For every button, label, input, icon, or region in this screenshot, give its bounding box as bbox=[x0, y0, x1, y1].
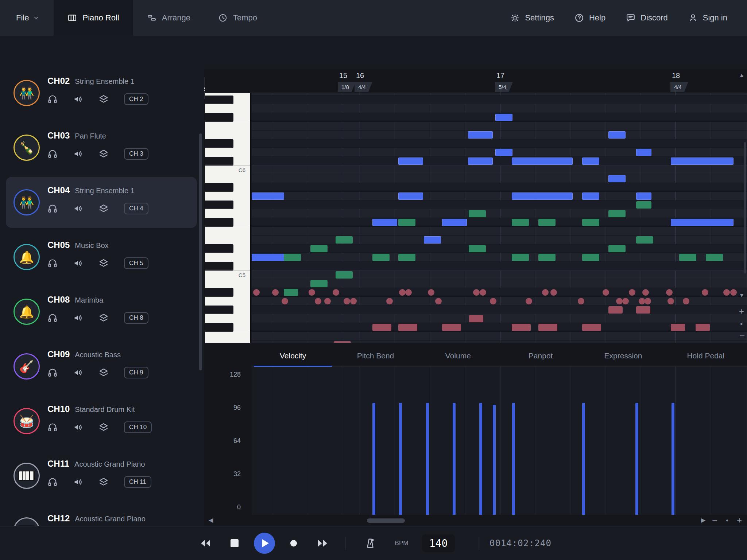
tab-arrange[interactable]: Arrange bbox=[133, 0, 204, 36]
record-button[interactable] bbox=[290, 540, 297, 547]
speaker-icon[interactable] bbox=[73, 94, 83, 104]
time-signature-badge[interactable]: 4/4 bbox=[355, 82, 372, 92]
track-avatar[interactable]: 👬 bbox=[13, 189, 40, 215]
bpm-value[interactable]: 140 bbox=[422, 534, 455, 552]
midi-note-selected[interactable] bbox=[468, 158, 493, 165]
midi-note-selected[interactable] bbox=[608, 131, 626, 139]
midi-note[interactable] bbox=[512, 219, 529, 226]
headphones-icon[interactable] bbox=[47, 313, 58, 323]
velocity-bar[interactable] bbox=[671, 403, 674, 515]
layers-icon[interactable] bbox=[98, 258, 109, 268]
layers-icon[interactable] bbox=[98, 368, 109, 378]
midi-note[interactable] bbox=[679, 254, 696, 261]
speaker-icon[interactable] bbox=[73, 477, 83, 487]
piano-key-black[interactable] bbox=[205, 157, 233, 166]
midi-note[interactable] bbox=[696, 324, 710, 331]
drum-note[interactable] bbox=[386, 298, 393, 304]
track-ch04[interactable]: 👬CH04String Ensemble 1CH 4 bbox=[0, 175, 204, 230]
piano-key-black[interactable] bbox=[205, 183, 233, 192]
scroll-right-icon[interactable]: ▶ bbox=[701, 517, 705, 523]
drum-note[interactable] bbox=[344, 298, 350, 304]
midi-note-selected[interactable] bbox=[671, 158, 734, 165]
drum-note[interactable] bbox=[480, 289, 486, 296]
track-avatar[interactable] bbox=[13, 463, 40, 489]
drum-note[interactable] bbox=[645, 298, 651, 304]
midi-note[interactable] bbox=[512, 254, 529, 261]
midi-note-selected[interactable] bbox=[252, 254, 284, 261]
drum-note[interactable] bbox=[253, 289, 260, 296]
piano-key-black[interactable] bbox=[205, 288, 233, 297]
tab-velocity[interactable]: Velocity bbox=[252, 345, 334, 366]
speaker-icon[interactable] bbox=[73, 368, 83, 378]
drum-note[interactable] bbox=[683, 298, 689, 304]
velocity-bar[interactable] bbox=[372, 403, 375, 515]
midi-note[interactable] bbox=[442, 324, 461, 331]
scroll-up-icon[interactable]: ▲ bbox=[739, 72, 744, 78]
drum-note[interactable] bbox=[490, 298, 496, 304]
drum-note[interactable] bbox=[550, 289, 557, 296]
track-avatar[interactable]: 🍾 bbox=[13, 135, 40, 161]
drum-note[interactable] bbox=[333, 289, 339, 296]
track-ch10[interactable]: 🥁CH10Standard Drum KitCH 10 bbox=[0, 394, 204, 448]
midi-note[interactable] bbox=[538, 254, 556, 261]
piano-key-black[interactable] bbox=[205, 139, 233, 148]
layers-icon[interactable] bbox=[98, 477, 109, 487]
track-ch08[interactable]: 🔔CH08MarimbaCH 8 bbox=[0, 284, 204, 339]
drum-note[interactable] bbox=[309, 289, 315, 296]
sign-in-button[interactable]: Sign in bbox=[678, 13, 738, 23]
track-ch03[interactable]: 🍾CH03Pan FluteCH 3 bbox=[0, 120, 204, 175]
drum-note[interactable] bbox=[616, 298, 623, 304]
time-signature-badge[interactable]: 4/4 bbox=[670, 82, 688, 92]
track-avatar[interactable] bbox=[13, 517, 40, 526]
drum-note[interactable] bbox=[399, 289, 406, 296]
zoom-out-horizontal-icon[interactable]: − bbox=[712, 516, 717, 525]
drum-note[interactable] bbox=[526, 298, 532, 304]
track-ch05[interactable]: 🔔CH05Music BoxCH 5 bbox=[0, 230, 204, 284]
drum-note[interactable] bbox=[350, 298, 357, 304]
track-avatar[interactable]: 👬 bbox=[13, 80, 40, 106]
drum-note[interactable] bbox=[642, 289, 649, 296]
midi-note[interactable] bbox=[706, 254, 723, 261]
midi-note-selected[interactable] bbox=[582, 158, 599, 165]
metronome-button[interactable] bbox=[365, 538, 376, 549]
timeline-ruler[interactable]: 151/8164/4175/4184/4 bbox=[205, 70, 747, 93]
piano-key-black[interactable] bbox=[205, 306, 233, 314]
play-button[interactable] bbox=[254, 533, 275, 554]
track-avatar[interactable]: 🎸 bbox=[13, 353, 40, 380]
drum-note[interactable] bbox=[282, 298, 288, 304]
headphones-icon[interactable] bbox=[47, 258, 58, 268]
velocity-bar[interactable] bbox=[512, 403, 515, 515]
drum-note[interactable] bbox=[667, 298, 674, 304]
drum-note[interactable] bbox=[603, 289, 609, 296]
velocity-bar[interactable] bbox=[479, 403, 482, 515]
velocity-bar[interactable] bbox=[493, 405, 496, 515]
scroll-down-icon[interactable]: ▼ bbox=[739, 292, 744, 298]
tab-pitch-bend[interactable]: Pitch Bend bbox=[334, 345, 417, 366]
track-avatar[interactable]: 🔔 bbox=[13, 299, 40, 325]
stop-button[interactable] bbox=[231, 539, 239, 547]
tab-expression[interactable]: Expression bbox=[582, 345, 664, 366]
piano-key-black[interactable] bbox=[205, 201, 233, 209]
help-button[interactable]: Help bbox=[564, 13, 616, 23]
time-signature-badge[interactable]: 1/8 bbox=[338, 82, 356, 92]
velocity-bar[interactable] bbox=[635, 403, 638, 515]
midi-note-selected[interactable] bbox=[372, 219, 397, 226]
midi-note[interactable] bbox=[334, 341, 351, 343]
file-menu[interactable]: File bbox=[0, 0, 54, 36]
midi-note[interactable] bbox=[284, 289, 298, 296]
midi-note-selected[interactable] bbox=[608, 175, 626, 182]
drum-note[interactable] bbox=[723, 289, 730, 296]
midi-note-selected[interactable] bbox=[512, 158, 573, 165]
tab-piano-roll[interactable]: Piano Roll bbox=[54, 0, 133, 36]
zoom-out-vertical-icon[interactable]: − bbox=[739, 331, 745, 341]
midi-note-selected[interactable] bbox=[398, 192, 423, 200]
tab-hold-pedal[interactable]: Hold Pedal bbox=[665, 345, 747, 366]
track-ch11[interactable]: CH11Acoustic Grand PianoCH 11 bbox=[0, 448, 204, 503]
midi-note[interactable] bbox=[336, 271, 353, 279]
headphones-icon[interactable] bbox=[47, 477, 58, 487]
drum-note[interactable] bbox=[428, 289, 434, 296]
zoom-in-horizontal-icon[interactable]: + bbox=[737, 516, 742, 525]
headphones-icon[interactable] bbox=[47, 422, 58, 432]
midi-note[interactable] bbox=[608, 210, 626, 217]
piano-key-black[interactable] bbox=[205, 323, 233, 332]
